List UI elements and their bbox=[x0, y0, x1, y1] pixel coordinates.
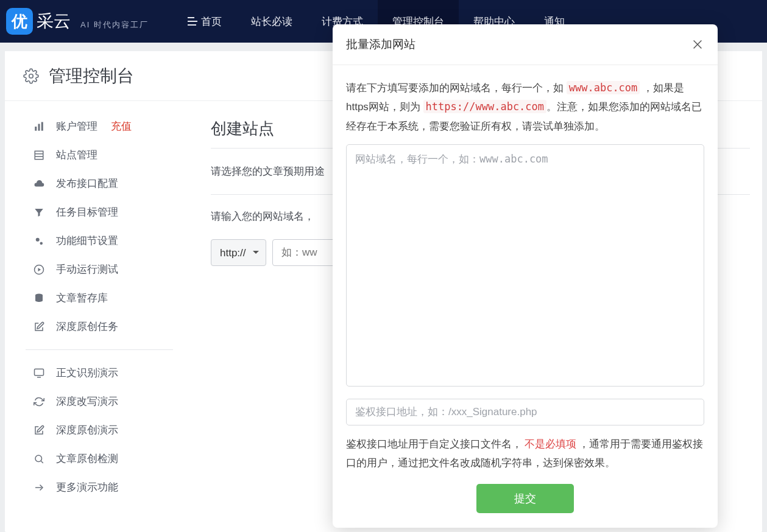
signature-input[interactable] bbox=[346, 399, 704, 425]
domains-textarea[interactable] bbox=[346, 144, 704, 387]
code-example: www.abc.com bbox=[567, 81, 640, 94]
modal-overlay: 批量添加网站 请在下方填写要添加的网站域名，每行一个，如 www.abc.com… bbox=[0, 0, 767, 532]
code-example: https://www.abc.com bbox=[423, 100, 546, 113]
modal-description: 请在下方填写要添加的网站域名，每行一个，如 www.abc.com ，如果是ht… bbox=[346, 79, 704, 136]
modal-header: 批量添加网站 bbox=[333, 24, 718, 65]
submit-button[interactable]: 提交 bbox=[476, 484, 574, 513]
modal-body: 请在下方填写要添加的网站域名，每行一个，如 www.abc.com ，如果是ht… bbox=[333, 65, 718, 528]
modal-title: 批量添加网站 bbox=[346, 37, 415, 52]
desc-text: 请在下方填写要添加的网站域名，每行一个，如 bbox=[346, 82, 567, 94]
optional-badge: 不是必填项 bbox=[522, 438, 579, 450]
close-icon[interactable] bbox=[691, 38, 704, 51]
bulk-add-modal: 批量添加网站 请在下方填写要添加的网站域名，每行一个，如 www.abc.com… bbox=[333, 24, 718, 528]
signature-description: 鉴权接口地址用于自定义接口文件名，不是必填项，通常用于需要通用鉴权接口的用户，通… bbox=[346, 435, 704, 472]
desc-text: 鉴权接口地址用于自定义接口文件名， bbox=[346, 438, 522, 450]
